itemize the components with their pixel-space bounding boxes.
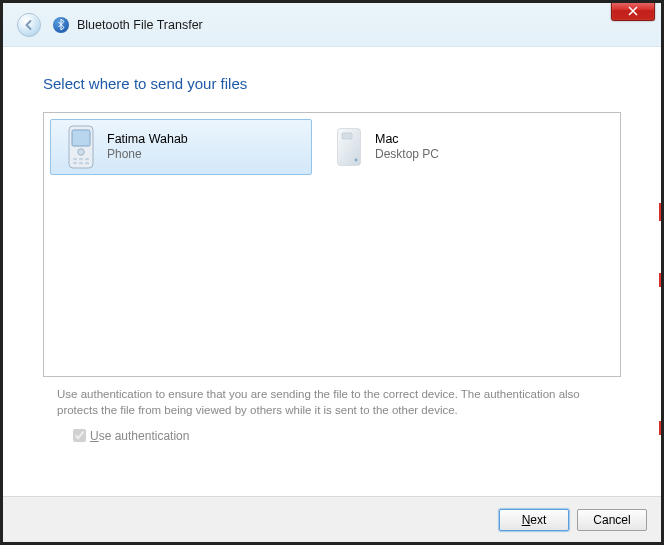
device-type: Phone <box>107 147 303 163</box>
page-heading: Select where to send your files <box>43 75 621 92</box>
back-arrow-icon <box>23 19 35 31</box>
close-button[interactable] <box>611 1 655 21</box>
device-item-desktop[interactable]: Mac Desktop PC <box>318 119 580 175</box>
svg-rect-4 <box>79 158 83 160</box>
cancel-button[interactable]: Cancel <box>577 509 647 531</box>
wizard-footer: Next Cancel <box>3 496 661 542</box>
close-icon <box>628 6 638 16</box>
svg-rect-1 <box>72 130 90 146</box>
edge-artifact <box>659 273 663 287</box>
edge-artifact <box>659 421 663 435</box>
svg-rect-5 <box>85 158 89 160</box>
titlebar: Bluetooth File Transfer <box>3 3 661 47</box>
svg-rect-3 <box>73 158 77 160</box>
device-type: Desktop PC <box>375 147 571 163</box>
phone-icon <box>59 125 103 169</box>
svg-point-12 <box>355 159 358 162</box>
svg-rect-11 <box>342 133 352 139</box>
svg-rect-6 <box>73 162 77 164</box>
window-title: Bluetooth File Transfer <box>77 18 203 32</box>
svg-point-2 <box>78 149 84 155</box>
back-button[interactable] <box>17 13 41 37</box>
wizard-content: Select where to send your files Fatima W… <box>3 47 661 455</box>
device-item-phone[interactable]: Fatima Wahab Phone <box>50 119 312 175</box>
device-list[interactable]: Fatima Wahab Phone <box>43 112 621 377</box>
use-authentication-row: Use authentication <box>43 424 621 445</box>
use-authentication-checkbox[interactable] <box>73 429 86 442</box>
svg-rect-8 <box>85 162 89 164</box>
next-button[interactable]: Next <box>499 509 569 531</box>
use-authentication-label: Use authentication <box>90 429 189 443</box>
edge-artifact <box>659 203 663 221</box>
device-name: Mac <box>375 131 571 147</box>
device-name: Fatima Wahab <box>107 131 303 147</box>
bluetooth-icon <box>53 17 69 33</box>
desktop-icon <box>327 125 371 169</box>
authentication-hint: Use authentication to ensure that you ar… <box>43 377 621 424</box>
svg-rect-7 <box>79 162 83 164</box>
